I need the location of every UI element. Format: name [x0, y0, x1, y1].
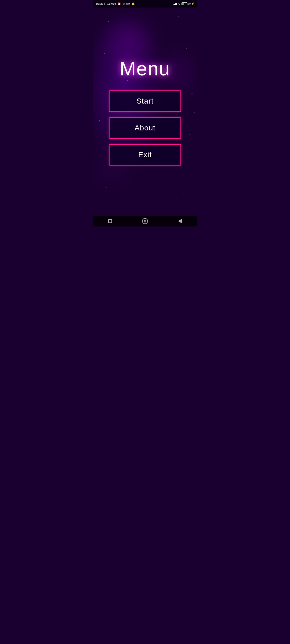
about-button[interactable]: About [109, 117, 181, 139]
navigation-bar [93, 216, 197, 226]
notification-icon: 🔔 [132, 2, 135, 5]
battery-indicator: 39 ⚡ [182, 2, 194, 5]
signal-bar-1 [173, 4, 174, 5]
charging-icon: ⚡ [191, 2, 194, 5]
home-icon-inner [144, 220, 146, 222]
nav-home-button[interactable] [140, 216, 150, 226]
nav-recent-button[interactable] [105, 216, 115, 226]
status-time: 16:05 [96, 2, 103, 5]
main-content: Menu Start About Exit [93, 8, 197, 216]
recent-apps-icon [108, 219, 112, 223]
battery-bar [182, 2, 187, 5]
exit-button[interactable]: Exit [109, 144, 181, 166]
start-button[interactable]: Start [109, 90, 181, 112]
signal-bars [173, 2, 177, 5]
status-right: ∿ 39 ⚡ [173, 2, 194, 6]
back-icon [178, 219, 182, 223]
nav-back-button[interactable] [175, 216, 185, 226]
signal-bar-4 [176, 3, 177, 5]
battery-percent: 39 [188, 2, 191, 5]
signal-bar-3 [175, 3, 176, 5]
wifi-icon: ∿ [178, 2, 180, 6]
status-separator: | [104, 2, 105, 5]
menu-title: Menu [120, 58, 170, 80]
status-data-speed: 0,0K6/c [107, 2, 116, 5]
signal-bar-2 [174, 4, 175, 5]
vpn-icon: ⊙ [122, 2, 125, 5]
alarm-icon: ⏰ [118, 2, 121, 5]
battery-fill [182, 3, 184, 5]
status-left: 16:05 | 0,0K6/c ⏰ ⊙ MR 🔔 [96, 2, 135, 5]
status-bar: 16:05 | 0,0K6/c ⏰ ⊙ MR 🔔 ∿ 39 ⚡ [93, 0, 197, 8]
mr-icon: MR [126, 2, 130, 5]
